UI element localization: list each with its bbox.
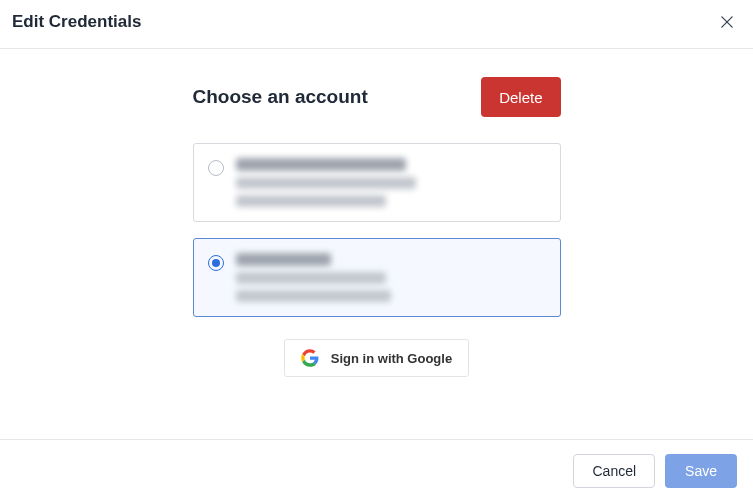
google-logo-icon [301, 349, 319, 367]
save-button[interactable]: Save [665, 454, 737, 488]
account-option-selected[interactable] [193, 238, 561, 317]
account-name [236, 158, 406, 171]
account-option[interactable] [193, 143, 561, 222]
account-details [236, 158, 416, 207]
close-icon[interactable] [717, 12, 737, 32]
sign-in-with-google-button[interactable]: Sign in with Google [284, 339, 469, 377]
account-email [236, 272, 386, 284]
panel-header: Choose an account Delete [193, 77, 561, 117]
dialog-title: Edit Credentials [12, 12, 141, 32]
account-details [236, 253, 391, 302]
cancel-button[interactable]: Cancel [573, 454, 655, 488]
account-created [236, 290, 391, 302]
delete-button[interactable]: Delete [481, 77, 560, 117]
account-email [236, 177, 416, 189]
account-name [236, 253, 331, 266]
radio-unchecked-icon[interactable] [208, 160, 224, 176]
account-created [236, 195, 386, 207]
google-signin-label: Sign in with Google [331, 351, 452, 366]
dialog-footer: Cancel Save [0, 439, 753, 502]
radio-checked-icon[interactable] [208, 255, 224, 271]
panel-title: Choose an account [193, 86, 368, 108]
dialog-content: Choose an account Delete [0, 49, 753, 401]
dialog-header: Edit Credentials [0, 0, 753, 49]
